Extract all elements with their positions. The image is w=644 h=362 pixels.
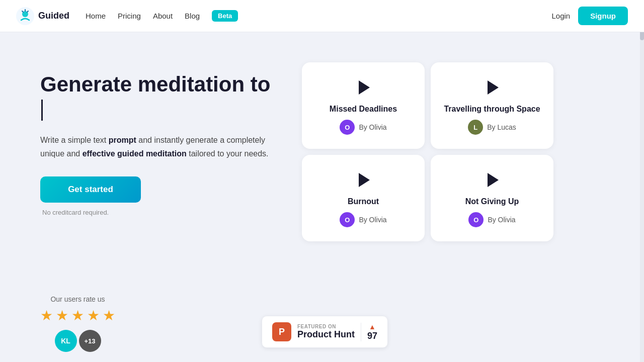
- stars-row: ★ ★ ★ ★ ★: [40, 307, 115, 324]
- meditation-bold: effective guided meditation: [83, 149, 187, 158]
- author-name-3: By Olivia: [488, 216, 515, 224]
- hero-title-text: Generate meditation to: [40, 72, 270, 96]
- product-hunt-badge[interactable]: P FEATURED ON Product Hunt ▲ 97: [262, 316, 388, 348]
- meditation-card-0: Missed Deadlines O By Olivia: [302, 62, 425, 149]
- ph-featured-label: FEATURED ON: [297, 324, 355, 329]
- card-title-2: Burnout: [348, 197, 379, 206]
- nav-pricing[interactable]: Pricing: [118, 12, 141, 20]
- play-icon-0: [359, 80, 370, 95]
- author-avatar-0: O: [340, 120, 355, 135]
- nav-home[interactable]: Home: [86, 12, 106, 20]
- author-avatar-2: O: [340, 212, 355, 227]
- hero-section: Generate meditation to Write a simple te…: [40, 62, 282, 241]
- author-name-1: By Lucas: [487, 123, 516, 131]
- play-icon-1: [488, 80, 499, 95]
- card-title-0: Missed Deadlines: [330, 105, 397, 114]
- card-author-1: L By Lucas: [468, 120, 516, 135]
- card-title-1: Travelling through Space: [444, 105, 540, 114]
- card-author-0: O By Olivia: [340, 120, 386, 135]
- product-hunt-logo: P: [272, 322, 291, 341]
- nav-actions: Login Signup: [551, 7, 628, 25]
- play-icon-2: [359, 173, 370, 187]
- get-started-button[interactable]: Get started: [40, 176, 141, 203]
- login-button[interactable]: Login: [551, 12, 570, 20]
- play-button-0[interactable]: [352, 76, 374, 99]
- nav-about[interactable]: About: [153, 12, 173, 20]
- prompt-bold: prompt: [109, 136, 136, 144]
- meditation-card-3: Not Giving Up O By Olivia: [431, 155, 553, 241]
- user-avatars: KL +13: [40, 330, 115, 352]
- ph-score-section: ▲ 97: [361, 323, 377, 341]
- ph-product-name: Product Hunt: [297, 329, 355, 340]
- card-author-2: O By Olivia: [340, 212, 386, 227]
- star-1: ★: [40, 307, 53, 324]
- hero-cursor: [41, 100, 43, 121]
- svg-line-3: [27, 11, 28, 12]
- logo-icon: [16, 7, 34, 25]
- avatar-count: +13: [79, 330, 101, 352]
- ph-logo-letter: P: [279, 327, 285, 337]
- meditation-card-2: Burnout O By Olivia: [302, 155, 425, 241]
- main-content: Generate meditation to Write a simple te…: [0, 32, 644, 261]
- nav-links: Home Pricing About Blog Beta: [86, 10, 551, 22]
- author-name-0: By Olivia: [359, 123, 386, 131]
- star-2: ★: [56, 307, 68, 324]
- nav-blog[interactable]: Blog: [185, 12, 200, 20]
- avatar-main: KL: [55, 330, 77, 352]
- meditation-cards-grid: Missed Deadlines O By Olivia Travelling …: [302, 62, 553, 241]
- signup-button[interactable]: Signup: [578, 7, 628, 25]
- author-avatar-3: O: [468, 212, 484, 227]
- rating-section: Our users rate us ★ ★ ★ ★ ★ KL +13: [40, 295, 115, 352]
- author-avatar-1: L: [468, 120, 483, 135]
- logo-text: Guided: [38, 11, 69, 21]
- product-hunt-text: FEATURED ON Product Hunt: [297, 324, 355, 340]
- play-icon-3: [488, 173, 499, 187]
- card-title-3: Not Giving Up: [465, 197, 519, 206]
- beta-badge: Beta: [212, 10, 238, 22]
- star-5: ★: [103, 307, 115, 324]
- star-3: ★: [71, 307, 84, 324]
- play-button-2[interactable]: [352, 169, 374, 191]
- play-button-1[interactable]: [481, 76, 503, 99]
- logo[interactable]: Guided: [16, 7, 69, 25]
- svg-line-4: [22, 11, 23, 12]
- ph-score-number: 97: [367, 331, 377, 341]
- hero-title: Generate meditation to: [40, 72, 282, 121]
- author-name-2: By Olivia: [359, 216, 386, 224]
- navbar: Guided Home Pricing About Blog Beta Logi…: [0, 0, 644, 32]
- ph-arrow-icon: ▲: [369, 323, 376, 331]
- play-button-3[interactable]: [481, 169, 503, 191]
- no-creditcard-text: No creditcard required.: [42, 209, 282, 216]
- card-author-3: O By Olivia: [468, 212, 515, 227]
- star-4: ★: [87, 307, 100, 324]
- hero-description: Write a simple text prompt and instantly…: [40, 133, 282, 160]
- rating-label: Our users rate us: [40, 295, 115, 303]
- meditation-card-1: Travelling through Space L By Lucas: [431, 62, 553, 149]
